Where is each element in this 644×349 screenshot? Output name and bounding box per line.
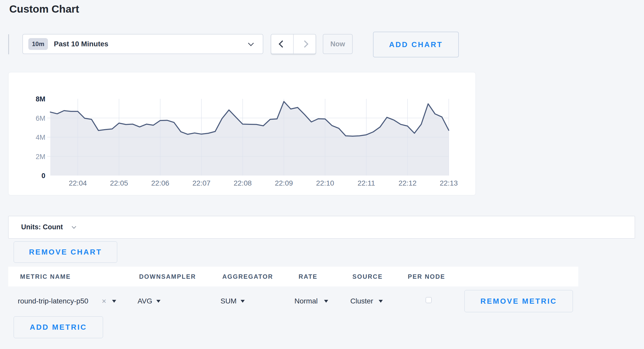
caret-down-icon[interactable]	[379, 300, 383, 303]
svg-text:22:11: 22:11	[358, 179, 375, 187]
svg-text:22:07: 22:07	[192, 179, 210, 187]
svg-text:22:10: 22:10	[316, 179, 334, 187]
remove-chart-button[interactable]: REMOVE CHART	[14, 241, 117, 263]
col-rate: RATE	[299, 267, 318, 286]
remove-metric-button[interactable]: REMOVE METRIC	[464, 290, 573, 312]
col-per-node: PER NODE	[408, 267, 445, 286]
add-metric-button[interactable]: ADD METRIC	[14, 316, 103, 338]
downsampler-select[interactable]: AVG	[138, 292, 152, 310]
svg-text:22:08: 22:08	[234, 179, 252, 187]
col-aggregator: AGGREGATOR	[222, 267, 273, 286]
rate-select[interactable]: Normal	[294, 292, 318, 310]
svg-text:0: 0	[41, 172, 45, 180]
svg-text:2M: 2M	[36, 153, 45, 161]
svg-text:22:13: 22:13	[440, 179, 458, 187]
col-metric-name: METRIC NAME	[20, 267, 71, 286]
svg-text:22:12: 22:12	[399, 179, 417, 187]
time-accent-divider	[8, 34, 9, 54]
col-downsampler: DOWNSAMPLER	[139, 267, 196, 286]
svg-text:22:06: 22:06	[151, 179, 169, 187]
now-button[interactable]: Now	[323, 34, 353, 54]
add-chart-button[interactable]: ADD CHART	[373, 32, 459, 57]
caret-down-icon[interactable]	[156, 300, 160, 303]
chevron-down-icon	[248, 40, 254, 46]
svg-text:6M: 6M	[36, 115, 45, 122]
close-icon[interactable]: ×	[102, 292, 106, 310]
metric-area-chart[interactable]: 02M4M6M8M22:0422:0522:0622:0722:0822:092…	[9, 72, 476, 196]
svg-text:4M: 4M	[36, 134, 45, 141]
aggregator-select[interactable]: SUM	[221, 292, 236, 310]
chevron-left-icon	[278, 40, 286, 48]
units-label: Units: Count	[21, 216, 63, 238]
svg-text:22:04: 22:04	[69, 179, 87, 187]
per-node-checkbox[interactable]	[426, 297, 432, 303]
time-range-select[interactable]: 10m Past 10 Minutes	[22, 34, 263, 54]
chevron-down-icon	[72, 224, 76, 229]
svg-text:22:05: 22:05	[110, 179, 128, 187]
units-select[interactable]: Units: Count	[8, 216, 635, 239]
chart-panel: 02M4M6M8M22:0422:0522:0622:0722:0822:092…	[8, 72, 476, 195]
time-forward-button[interactable]	[293, 34, 316, 54]
time-range-badge: 10m	[28, 38, 48, 50]
svg-text:22:09: 22:09	[275, 179, 293, 187]
page-title: Custom Chart	[9, 3, 79, 15]
metric-name-select[interactable]: round-trip-latency-p50	[18, 292, 88, 310]
caret-down-icon[interactable]	[112, 300, 116, 303]
time-range-label: Past 10 Minutes	[54, 34, 108, 54]
metrics-table-header: METRIC NAME DOWNSAMPLER AGGREGATOR RATE …	[8, 267, 578, 286]
chevron-right-icon	[301, 40, 308, 48]
svg-text:8M: 8M	[36, 95, 45, 103]
caret-down-icon[interactable]	[241, 300, 245, 303]
col-source: SOURCE	[352, 267, 383, 286]
time-back-button[interactable]	[271, 34, 293, 54]
time-pager	[271, 34, 316, 54]
source-select[interactable]: Cluster	[350, 292, 373, 310]
caret-down-icon[interactable]	[324, 300, 328, 303]
